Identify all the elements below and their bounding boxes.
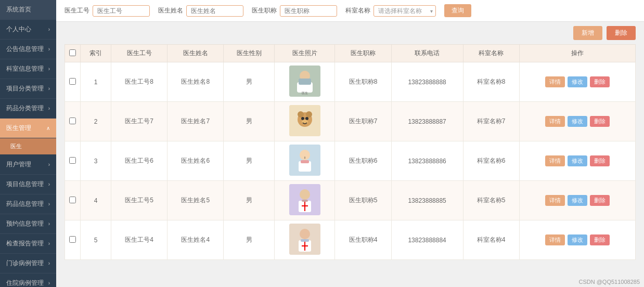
sidebar-item-report[interactable]: 检查报告管理 ›: [0, 234, 56, 254]
chevron-down-icon: ›: [48, 46, 50, 52]
sidebar-item-label: 药品分类管理: [6, 104, 44, 113]
row-checkbox[interactable]: [69, 197, 76, 203]
row-checkbox-cell: [65, 62, 81, 102]
sidebar-item-department[interactable]: 科室信息管理 ›: [0, 59, 56, 79]
header-checkbox-cell: [65, 45, 81, 62]
sidebar-item-project-category[interactable]: 项目分类管理 ›: [0, 79, 56, 99]
header-work-id: 医生工号: [111, 45, 168, 62]
delete-button[interactable]: 删除: [590, 195, 610, 206]
table-header-row: 索引 医生工号 医生姓名 医生性别 医生照片 医生职称 联系电话 科室名称 操作: [65, 45, 636, 62]
row-name: 医生姓名6: [168, 141, 224, 181]
row-phone: 13823888887: [391, 102, 463, 141]
main-content: 医生工号 医生姓名 医生职称 科室名称 请选择科室名称 ▾ 查询 新增 删除: [56, 0, 644, 287]
row-title: 医生职称7: [335, 102, 391, 141]
row-phone: 13823888885: [391, 181, 463, 220]
header-gender: 医生性别: [224, 45, 274, 62]
sidebar-item-project-info[interactable]: 项目信息管理 ›: [0, 175, 56, 194]
row-checkbox[interactable]: [69, 157, 76, 164]
row-checkbox-cell: [65, 102, 81, 141]
svg-rect-20: [302, 200, 308, 202]
sidebar-item-drug-category[interactable]: 药品分类管理 ›: [0, 99, 56, 119]
delete-button[interactable]: 删除: [590, 76, 610, 87]
svg-text:♀: ♀: [303, 155, 306, 160]
edit-button[interactable]: 修改: [568, 234, 587, 245]
row-actions: 详情 修改 删除: [519, 181, 635, 220]
row-actions: 详情 修改 删除: [519, 220, 635, 260]
row-checkbox-cell: [65, 181, 81, 220]
svg-point-8: [306, 111, 312, 118]
row-title: 医生职称6: [335, 141, 391, 181]
chevron-down-icon: ›: [48, 162, 50, 167]
header-index: 索引: [81, 45, 111, 62]
detail-button[interactable]: 详情: [545, 234, 565, 245]
row-checkbox[interactable]: [69, 236, 76, 243]
sidebar-item-label: 项目分类管理: [6, 84, 44, 93]
chevron-down-icon: ›: [48, 181, 50, 187]
edit-button[interactable]: 修改: [568, 76, 587, 87]
row-name: 医生姓名5: [168, 181, 224, 220]
row-photo: [274, 181, 335, 220]
sidebar-item-user-mgmt[interactable]: 用户管理 ›: [0, 155, 56, 175]
sidebar-item-home[interactable]: 系统首页: [0, 0, 56, 20]
sidebar-item-announcement[interactable]: 公告信息管理 ›: [0, 40, 56, 59]
new-button[interactable]: 新增: [573, 26, 602, 40]
sidebar-item-inpatient[interactable]: 住院病例管理 ›: [0, 273, 56, 287]
select-all-checkbox[interactable]: [69, 49, 76, 56]
detail-button[interactable]: 详情: [545, 155, 565, 166]
detail-button[interactable]: 详情: [545, 116, 565, 127]
sidebar-item-outpatient[interactable]: 门诊病例管理 ›: [0, 254, 56, 273]
sidebar-item-label: 项目信息管理: [6, 180, 44, 189]
delete-button[interactable]: 删除: [590, 155, 610, 166]
filter-doctor-title: 医生职称: [252, 5, 337, 17]
sidebar-item-doctor[interactable]: 医生: [0, 138, 56, 155]
row-actions: 详情 修改 删除: [519, 102, 635, 141]
department-select[interactable]: 请选择科室名称: [373, 5, 436, 17]
row-gender: 男: [224, 220, 274, 260]
row-department: 科室名称4: [463, 220, 519, 260]
edit-button[interactable]: 修改: [568, 155, 587, 166]
table-row: 2 医生工号7 医生姓名7 男 医生职称7 13823888887 科室名称7 …: [65, 102, 636, 141]
sidebar-item-doctor-mgmt[interactable]: 医生管理 ∧: [0, 119, 56, 138]
edit-button[interactable]: 修改: [568, 116, 587, 127]
row-work-id: 医生工号8: [111, 62, 168, 102]
doctor-id-label: 医生工号: [65, 6, 89, 15]
edit-button[interactable]: 修改: [568, 195, 587, 206]
row-index: 3: [81, 141, 111, 181]
row-name: 医生姓名8: [168, 62, 224, 102]
doctor-id-input[interactable]: [93, 5, 150, 17]
delete-button[interactable]: 删除: [590, 116, 610, 127]
row-photo: [274, 220, 335, 260]
watermark: CSDN @QQ511008285: [578, 279, 640, 285]
sidebar-item-label: 系统首页: [6, 5, 31, 14]
delete-button[interactable]: 删除: [590, 234, 610, 245]
doctor-title-input[interactable]: [280, 5, 337, 17]
sidebar-item-appointment[interactable]: 预约信息管理 ›: [0, 214, 56, 234]
batch-delete-button[interactable]: 删除: [607, 26, 636, 40]
row-checkbox-cell: [65, 141, 81, 181]
chevron-down-icon: ›: [48, 280, 50, 286]
row-gender: 男: [224, 181, 274, 220]
detail-button[interactable]: 详情: [545, 76, 565, 87]
doctor-photo: [289, 105, 320, 136]
row-title: 医生职称4: [335, 220, 391, 260]
row-department: 科室名称8: [463, 62, 519, 102]
svg-rect-15: [301, 160, 309, 163]
row-gender: 男: [224, 62, 274, 102]
query-button[interactable]: 查询: [444, 4, 471, 17]
row-work-id: 医生工号4: [111, 220, 168, 260]
row-checkbox[interactable]: [69, 78, 76, 85]
sidebar-item-personal[interactable]: 个人中心 ›: [0, 20, 56, 40]
row-work-id: 医生工号7: [111, 102, 168, 141]
row-gender: 男: [224, 141, 274, 181]
sidebar-item-drug-info[interactable]: 药品信息管理 ›: [0, 194, 56, 214]
chevron-down-icon: ›: [48, 27, 50, 32]
doctor-name-label: 医生姓名: [158, 6, 183, 15]
doctor-name-input[interactable]: [186, 5, 243, 17]
svg-point-24: [300, 229, 310, 239]
row-name: 医生姓名7: [168, 102, 224, 141]
doctor-photo: [289, 184, 320, 215]
row-checkbox[interactable]: [69, 118, 76, 124]
filter-doctor-id: 医生工号: [65, 5, 150, 17]
svg-text:医生: 医生: [302, 92, 308, 95]
detail-button[interactable]: 详情: [545, 195, 565, 206]
